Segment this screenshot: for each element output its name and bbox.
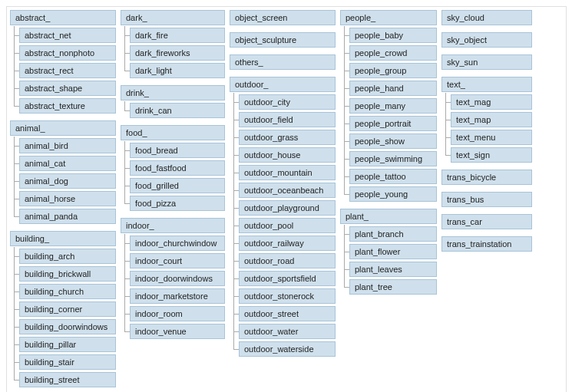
category-child-node[interactable]: outdoor_waterside xyxy=(239,341,336,357)
category-node[interactable]: trans_trainstation xyxy=(441,236,532,252)
category-node[interactable]: abstract_ xyxy=(10,10,116,25)
category-child-node[interactable]: outdoor_sportsfield xyxy=(239,271,336,286)
category-child-node[interactable]: dark_light xyxy=(130,63,225,78)
category-child-node[interactable]: people_crowd xyxy=(349,45,437,61)
category-child-node[interactable]: plant_flower xyxy=(349,244,437,259)
category-child-node[interactable]: outdoor_grass xyxy=(239,130,336,145)
category-child-node[interactable]: building_street xyxy=(19,372,116,387)
category-child-node[interactable]: food_grilled xyxy=(130,178,225,193)
category-child-node[interactable]: outdoor_water xyxy=(239,324,336,339)
category-child-node[interactable]: plant_leaves xyxy=(349,262,437,277)
category-child-node[interactable]: text_sign xyxy=(451,147,532,163)
category-child-node[interactable]: plant_branch xyxy=(349,226,437,242)
category-node[interactable]: dark_ xyxy=(121,10,225,25)
category-child-wrap: drink_can xyxy=(130,103,225,118)
category-node[interactable]: trans_bus xyxy=(441,192,532,207)
category-child-wrap: indoor_venue xyxy=(130,324,225,339)
category-node[interactable]: sky_object xyxy=(441,32,532,48)
category-group: object_sculpture xyxy=(230,32,336,50)
category-child-node[interactable]: plant_tree xyxy=(349,279,437,295)
category-child-node[interactable]: outdoor_street xyxy=(239,306,336,321)
category-child-node[interactable]: text_mag xyxy=(451,94,532,110)
category-child-node[interactable]: indoor_court xyxy=(130,253,225,268)
category-children: plant_branchplant_flowerplant_leavesplan… xyxy=(340,226,437,297)
category-child-wrap: outdoor_oceanbeach xyxy=(239,183,336,198)
category-child-node[interactable]: outdoor_city xyxy=(239,94,336,110)
category-node[interactable]: building_ xyxy=(10,231,116,246)
category-child-node[interactable]: outdoor_house xyxy=(239,147,336,163)
category-node[interactable]: trans_bicycle xyxy=(441,170,532,185)
category-child-node[interactable]: people_young xyxy=(349,186,437,202)
category-child-wrap: building_pillar xyxy=(19,337,116,352)
category-child-node[interactable]: building_brickwall xyxy=(19,266,116,282)
category-child-node[interactable]: food_bread xyxy=(130,143,225,158)
category-node[interactable]: food_ xyxy=(121,125,225,140)
category-node[interactable]: drink_ xyxy=(121,85,225,100)
category-child-node[interactable]: abstract_net xyxy=(19,28,116,43)
category-child-node[interactable]: food_fastfood xyxy=(130,160,225,176)
column-0: abstract_abstract_netabstract_nonphotoab… xyxy=(10,10,116,390)
category-child-node[interactable]: outdoor_mountain xyxy=(239,165,336,180)
category-child-node[interactable]: abstract_nonphoto xyxy=(19,45,116,61)
category-child-node[interactable]: text_menu xyxy=(451,130,532,145)
category-child-node[interactable]: people_many xyxy=(349,98,437,114)
category-child-node[interactable]: dark_fire xyxy=(130,28,225,43)
category-child-node[interactable]: outdoor_road xyxy=(239,253,336,268)
category-child-node[interactable]: indoor_marketstore xyxy=(130,288,225,304)
category-child-wrap: animal_horse xyxy=(19,191,116,206)
category-node[interactable]: sky_sun xyxy=(441,54,532,70)
category-node[interactable]: plant_ xyxy=(340,209,437,224)
category-node[interactable]: people_ xyxy=(340,10,437,25)
category-node[interactable]: object_sculpture xyxy=(230,32,336,48)
category-node[interactable]: outdoor_ xyxy=(230,77,336,92)
category-child-node[interactable]: dark_fireworks xyxy=(130,45,225,61)
category-node[interactable]: others_ xyxy=(230,54,336,70)
category-child-node[interactable]: building_arch xyxy=(19,249,116,264)
category-child-node[interactable]: animal_bird xyxy=(19,138,116,153)
category-child-node[interactable]: animal_cat xyxy=(19,156,116,171)
category-node[interactable]: animal_ xyxy=(10,120,116,136)
category-child-node[interactable]: people_baby xyxy=(349,28,437,43)
category-node[interactable]: object_screen xyxy=(230,10,336,25)
category-child-node[interactable]: people_show xyxy=(349,133,437,149)
category-child-node[interactable]: outdoor_stonerock xyxy=(239,288,336,304)
category-child-node[interactable]: abstract_shape xyxy=(19,81,116,96)
category-children: outdoor_cityoutdoor_fieldoutdoor_grassou… xyxy=(230,94,336,359)
category-child-node[interactable]: animal_horse xyxy=(19,191,116,206)
category-child-node[interactable]: indoor_room xyxy=(130,306,225,321)
category-child-node[interactable]: indoor_churchwindow xyxy=(130,236,225,251)
category-child-node[interactable]: outdoor_railway xyxy=(239,236,336,251)
category-child-node[interactable]: animal_panda xyxy=(19,209,116,224)
category-child-node[interactable]: outdoor_pool xyxy=(239,218,336,233)
category-node[interactable]: text_ xyxy=(441,77,532,92)
category-child-node[interactable]: text_map xyxy=(451,112,532,127)
category-child-node[interactable]: abstract_texture xyxy=(19,98,116,114)
category-node[interactable]: trans_car xyxy=(441,214,532,229)
category-child-node[interactable]: food_pizza xyxy=(130,196,225,211)
category-child-node[interactable]: drink_can xyxy=(130,103,225,118)
category-child-node[interactable]: people_group xyxy=(349,63,437,78)
category-child-node[interactable]: people_tattoo xyxy=(349,169,437,184)
category-child-node[interactable]: building_doorwindows xyxy=(19,319,116,334)
category-child-wrap: animal_cat xyxy=(19,156,116,171)
category-child-node[interactable]: indoor_venue xyxy=(130,324,225,339)
category-child-node[interactable]: people_swimming xyxy=(349,151,437,166)
category-children: drink_can xyxy=(121,103,225,120)
category-node[interactable]: sky_cloud xyxy=(441,10,532,25)
category-child-node[interactable]: people_portrait xyxy=(349,116,437,131)
category-child-node[interactable]: building_stair xyxy=(19,354,116,370)
category-child-wrap: outdoor_pool xyxy=(239,218,336,233)
category-child-node[interactable]: outdoor_oceanbeach xyxy=(239,183,336,198)
category-child-node[interactable]: people_hand xyxy=(349,81,437,96)
category-child-node[interactable]: outdoor_playground xyxy=(239,200,336,216)
category-child-node[interactable]: building_corner xyxy=(19,301,116,317)
category-child-node[interactable]: building_pillar xyxy=(19,337,116,352)
category-node[interactable]: indoor_ xyxy=(121,218,225,233)
category-child-node[interactable]: indoor_doorwindows xyxy=(130,271,225,286)
category-child-node[interactable]: abstract_rect xyxy=(19,63,116,78)
category-child-wrap: dark_fire xyxy=(130,28,225,43)
category-child-node[interactable]: animal_dog xyxy=(19,173,116,189)
category-child-wrap: plant_leaves xyxy=(349,262,437,277)
category-child-node[interactable]: outdoor_field xyxy=(239,112,336,127)
category-child-node[interactable]: building_church xyxy=(19,284,116,299)
